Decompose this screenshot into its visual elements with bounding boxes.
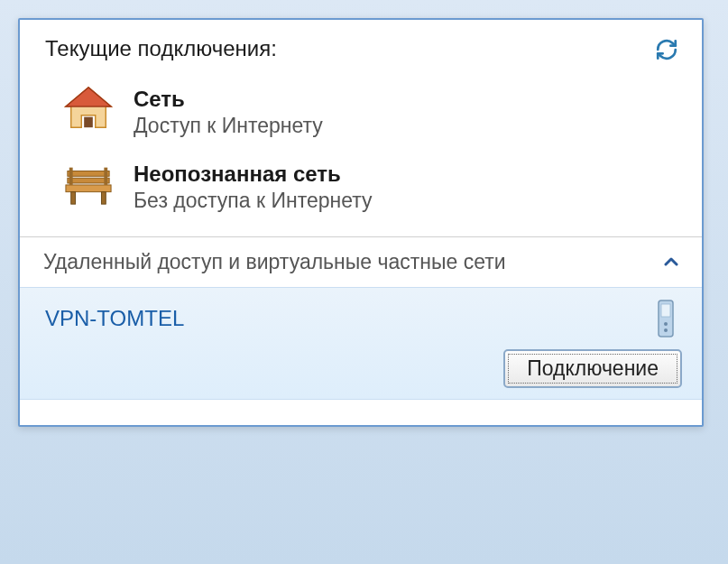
- connect-button[interactable]: Подключение: [503, 349, 682, 388]
- svg-point-13: [664, 328, 668, 332]
- vpn-connection-item[interactable]: VPN-TOMTEL Подключение: [20, 287, 702, 400]
- connection-name: Неопознанная сеть: [134, 160, 373, 188]
- svg-rect-4: [68, 178, 109, 183]
- bench-icon: [60, 158, 117, 208]
- svg-rect-11: [661, 304, 670, 317]
- current-connections-title: Текущие подключения:: [45, 36, 277, 61]
- svg-rect-8: [69, 168, 73, 185]
- connection-item[interactable]: Неопознанная сеть Без доступа к Интернет…: [20, 153, 702, 227]
- flyout-header: Текущие подключения:: [20, 20, 702, 78]
- bottom-space: [20, 400, 702, 425]
- modem-icon: [650, 297, 682, 340]
- svg-rect-3: [68, 171, 109, 177]
- refresh-icon[interactable]: [653, 36, 680, 69]
- svg-rect-2: [84, 117, 93, 128]
- vpn-row: VPN-TOMTEL: [45, 297, 682, 340]
- connection-text: Неопознанная сеть Без доступа к Интернет…: [134, 158, 373, 215]
- vpn-connection-name: VPN-TOMTEL: [45, 306, 184, 331]
- svg-rect-9: [104, 168, 107, 185]
- connection-status: Доступ к Интернету: [134, 113, 323, 140]
- connection-item[interactable]: Сеть Доступ к Интернету: [20, 78, 702, 153]
- vpn-section-title: Удаленный доступ и виртуальные частные с…: [43, 250, 506, 274]
- chevron-up-icon: [664, 253, 678, 272]
- connection-status: Без доступа к Интернету: [134, 188, 373, 215]
- house-icon: [60, 83, 117, 134]
- connection-text: Сеть Доступ к Интернету: [134, 83, 323, 140]
- svg-marker-1: [66, 88, 111, 106]
- connect-button-row: Подключение: [45, 340, 682, 388]
- connection-name: Сеть: [134, 85, 323, 113]
- svg-rect-5: [66, 185, 111, 192]
- svg-rect-6: [71, 192, 76, 205]
- network-flyout: Текущие подключения: Сеть Доступ к Интер…: [18, 18, 704, 427]
- vpn-section-header[interactable]: Удаленный доступ и виртуальные частные с…: [20, 237, 702, 287]
- svg-rect-7: [101, 192, 106, 205]
- svg-point-12: [664, 322, 668, 326]
